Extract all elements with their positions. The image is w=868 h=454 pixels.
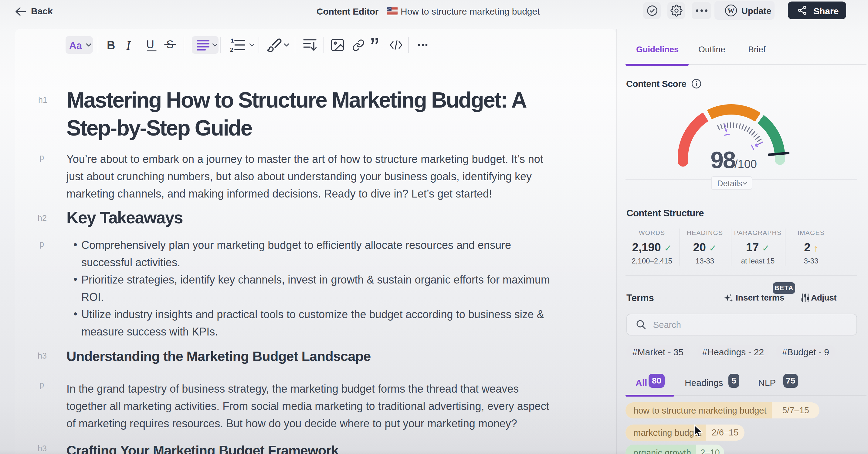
svg-text:2: 2 [230, 47, 234, 52]
svg-text:1: 1 [231, 38, 234, 44]
svg-text:W: W [727, 7, 735, 15]
